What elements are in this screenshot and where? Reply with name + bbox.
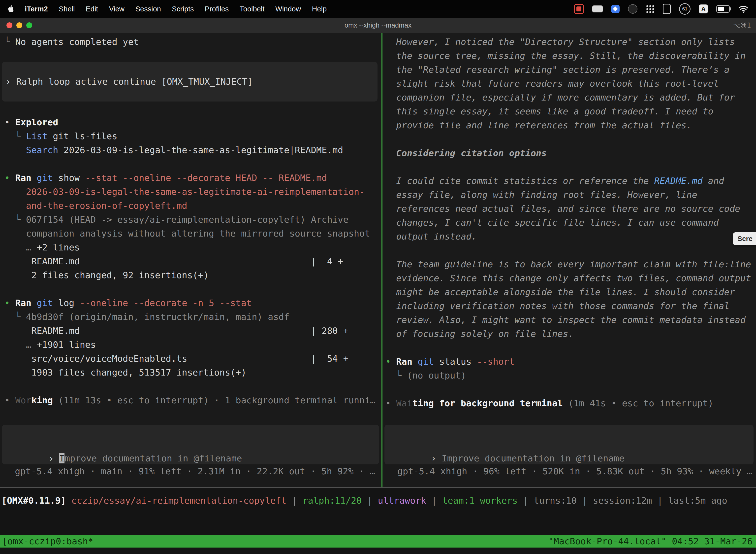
terminal-line: • Working (11m 13s • esc to interrupt) ·… <box>4 393 380 407</box>
menu-item-session[interactable]: Session <box>135 5 161 13</box>
window-titlebar[interactable]: omx --xhigh --madmax ⌥⌘1 <box>0 18 756 33</box>
terminal-line: src/voice/voiceModeEnabled.ts | 54 + <box>4 352 380 366</box>
terminal-line: • Explored <box>4 115 380 129</box>
blank-line <box>4 380 380 393</box>
terminal-line: README.md | 280 + <box>4 324 380 338</box>
window-title: omx --xhigh --madmax <box>0 21 756 29</box>
right-pane-scrollback: However, I noticed the "Directory Struct… <box>382 33 756 410</box>
prompt-input-right[interactable]: › Improve documentation in @filename <box>384 425 754 464</box>
dots-grid-icon[interactable] <box>646 5 654 13</box>
terminal-line: changes, I can't cite specific file line… <box>385 216 756 230</box>
terminal-line: evidence. Since this change only affects… <box>385 271 756 285</box>
tab-shortcut-badge: ⌥⌘1 <box>733 21 751 29</box>
input-source-icon[interactable]: A <box>699 4 708 13</box>
traffic-lights <box>0 22 32 28</box>
blank-line <box>385 341 756 355</box>
keypad-app-icon[interactable] <box>663 4 671 14</box>
terminal-line: └ 4b9d30f (origin/main, instructkr/main,… <box>4 310 380 324</box>
prompt-placeholder: mprove documentation in @filename <box>64 453 242 463</box>
blank-line <box>385 160 756 174</box>
blank-line <box>385 243 756 258</box>
terminal-line: might be acceptable alongside the file l… <box>385 285 756 299</box>
blank-line <box>385 383 756 396</box>
terminal-line: The team guideline is to back every impo… <box>385 258 756 271</box>
terminal-line: essay file, along with finding root file… <box>385 188 756 202</box>
menu-item-help[interactable]: Help <box>312 5 327 13</box>
terminal-line: slight risk that future readers may over… <box>385 77 756 91</box>
terminal-line: 2026-03-09-is-legal-the-same-as-legitima… <box>4 185 380 199</box>
blank-line <box>4 157 380 171</box>
terminal-line: However, I noticed the "Directory Struct… <box>385 35 756 49</box>
prompt-input-left[interactable]: › Improve documentation in @filename <box>2 425 379 464</box>
terminal-line: of focusing solely on file lines. <box>385 327 756 341</box>
blank-line <box>4 282 380 296</box>
terminal-line: Considering citation options <box>385 146 756 160</box>
blank-line <box>385 132 756 146</box>
menu-item-toolbelt[interactable]: Toolbelt <box>240 5 264 13</box>
menu-item-shell[interactable]: Shell <box>59 5 75 13</box>
menu-item-edit[interactable]: Edit <box>85 5 98 13</box>
terminal-line: 1903 files changed, 513517 insertions(+) <box>4 366 380 380</box>
terminal-line: provide file and line references from th… <box>385 118 756 132</box>
terminal-line: • Ran git log --oneline --decorate -n 5 … <box>4 296 380 310</box>
terminal-line: this single essay, it seems like a good … <box>385 105 756 118</box>
terminal-line: └ List git ls-files <box>4 129 380 143</box>
tmux-host-clock: "MacBook-Pro-44.local" 04:52 31-Mar-26 <box>548 536 753 546</box>
terminal-line: Search 2026-03-09-is-legal-the-same-as-l… <box>4 143 380 157</box>
terminal-line: [OMX#0.11.9] cczip/essay/ai-reimplementa… <box>1 494 755 508</box>
menu-item-iterm2[interactable]: iTerm2 <box>25 5 48 13</box>
terminal-line: 2 files changed, 92 insertions(+) <box>4 268 380 282</box>
model-status-left: gpt-5.4 xhigh · main · 91% left · 2.31M … <box>15 464 375 478</box>
battery-percent-badge[interactable]: 61 <box>679 3 691 15</box>
prompt-placeholder: Improve documentation in @filename <box>442 453 625 463</box>
terminal-line: • Waiting for background terminal (1m 41… <box>385 396 756 410</box>
left-pane-scrollback: └ No agents completed yet› Ralph loop ac… <box>0 33 381 407</box>
terminal-line: the source tree, missing the essay. Stil… <box>385 49 756 63</box>
terminal-line: • Ran git show --stat --oneline --decora… <box>4 171 380 185</box>
terminal-line: review. Also, I might want to inspect th… <box>385 313 756 327</box>
terminal-line: └ (no output) <box>385 369 756 383</box>
dark-app-icon[interactable] <box>628 4 637 14</box>
terminal-line: including verification notes with those … <box>385 299 756 313</box>
terminal-line: • Ran git status --short <box>385 355 756 369</box>
model-status-right: gpt-5.4 xhigh · 96% left · 520K in · 5.8… <box>397 464 752 478</box>
terminal-line: the "Related research writing" section i… <box>385 63 756 77</box>
minimize-button[interactable] <box>16 22 22 28</box>
terminal-line: └ 067f154 (HEAD -> essay/ai-reimplementa… <box>4 213 380 227</box>
terminal-line: and-the-erosion-of-copyleft.md <box>4 199 380 213</box>
menu-item-scripts[interactable]: Scripts <box>172 5 194 13</box>
terminal-line: … +2 lines <box>4 240 380 255</box>
terminal-line: companion analysis without altering the … <box>4 227 380 240</box>
prompt-chevron: › <box>431 453 441 463</box>
tmux-pane-right[interactable]: However, I noticed the "Directory Struct… <box>382 33 756 487</box>
terminal-area[interactable]: └ No agents completed yet› Ralph loop ac… <box>0 33 756 488</box>
tmux-session-label: [omx-cczip0:bash* <box>2 536 93 546</box>
menu-item-profiles[interactable]: Profiles <box>205 5 229 13</box>
terminal-line: I could cite commit statistics or refere… <box>385 174 756 188</box>
menu-item-window[interactable]: Window <box>275 5 301 13</box>
terminal-line: └ No agents completed yet <box>4 35 380 49</box>
terminal-line: companion file, especially if more comme… <box>385 91 756 105</box>
menu-bar: iTerm2ShellEditViewSessionScriptsProfile… <box>0 0 756 18</box>
text-cursor: I <box>59 453 65 463</box>
battery-icon[interactable] <box>716 5 730 13</box>
terminal-line: references need actual files, and since … <box>385 202 756 216</box>
zoom-button[interactable] <box>26 22 32 28</box>
keyboard-app-icon[interactable] <box>592 5 603 12</box>
tmux-pane-left[interactable]: └ No agents completed yet› Ralph loop ac… <box>0 33 381 487</box>
omx-status-bar: [OMX#0.11.9] cczip/essay/ai-reimplementa… <box>0 488 756 508</box>
prompt-chevron: › <box>48 453 59 463</box>
close-button[interactable] <box>6 22 12 28</box>
wifi-icon[interactable] <box>738 5 749 13</box>
blue-app-icon[interactable] <box>611 5 620 13</box>
screen-recording-stop-icon[interactable] <box>574 4 584 14</box>
terminal-line: output instead. <box>385 230 756 243</box>
desktop: iTerm2ShellEditViewSessionScriptsProfile… <box>0 0 756 554</box>
apple-menu-icon[interactable] <box>7 5 14 13</box>
menu-items: iTerm2ShellEditViewSessionScriptsProfile… <box>25 5 327 13</box>
inject-banner: › Ralph loop active continue [OMX_TMUX_I… <box>2 62 378 102</box>
terminal-line: … +1901 lines <box>4 338 380 352</box>
terminal-line: README.md | 4 + <box>4 255 380 268</box>
screen-overlay-button[interactable]: Scre <box>733 232 756 245</box>
menu-item-view[interactable]: View <box>109 5 124 13</box>
